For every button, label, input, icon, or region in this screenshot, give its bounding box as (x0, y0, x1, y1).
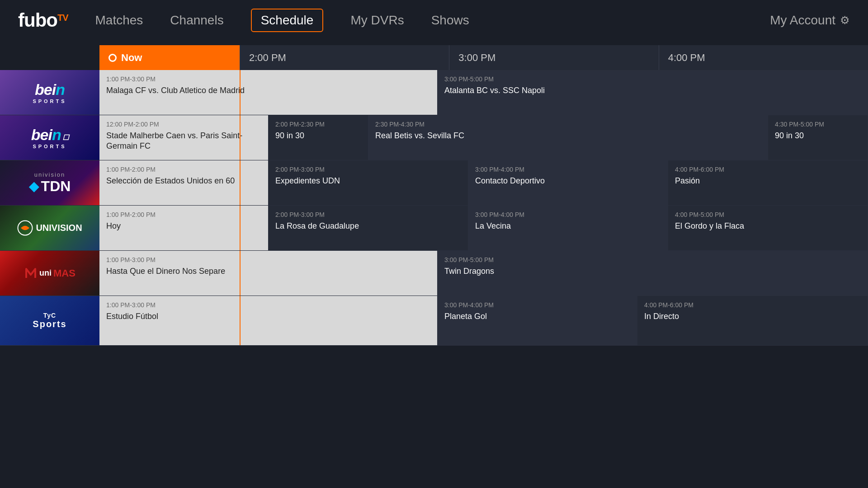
now-label: Now (121, 52, 142, 64)
program-block[interactable]: 2:00 PM-3:00 PM Expedientes UDN (269, 160, 468, 205)
prog-title: Hasta Que el Dinero Nos Separe (106, 266, 430, 277)
program-block[interactable]: 2:00 PM-3:00 PM La Rosa de Guadalupe (269, 206, 468, 250)
schedule-grid: Now 2:00 PM 3:00 PM 4:00 PM beiN SPORTS … (0, 45, 868, 346)
prog-title: Malaga CF vs. Club Atletico de Madrid (106, 85, 430, 96)
prog-title: Pasión (675, 176, 861, 186)
program-block[interactable]: 3:00 PM-5:00 PM Twin Dragons (438, 251, 868, 296)
prog-title: El Gordo y la Flaca (675, 221, 861, 231)
program-block[interactable]: 1:00 PM-3:00 PM Estudio Fútbol (99, 296, 438, 345)
prog-title: La Rosa de Guadalupe (275, 221, 461, 231)
program-block[interactable]: 2:30 PM-4:30 PM Real Betis vs. Sevilla F… (368, 115, 768, 160)
program-block[interactable]: 12:00 PM-2:00 PM Stade Malherbe Caen vs.… (99, 115, 269, 160)
channel-logo-univision-tdn: univision ◆TDN (0, 160, 99, 205)
univision-text: univision (29, 171, 71, 178)
nav-my-dvrs[interactable]: My DVRs (350, 13, 404, 28)
tycsports-logo: TyC Sports (29, 308, 70, 333)
channel-logo-tycsports: TyC Sports (0, 296, 99, 345)
channel-row-univision-tdn: univision ◆TDN 1:00 PM-2:00 PM Selección… (0, 160, 868, 206)
gear-icon[interactable]: ⚙ (840, 14, 850, 27)
program-block[interactable]: 1:00 PM-2:00 PM Hoy (99, 206, 269, 250)
nav-channels[interactable]: Channels (170, 13, 223, 28)
time-slot-now[interactable]: Now (99, 45, 240, 70)
prog-time: 3:00 PM-5:00 PM (444, 75, 861, 83)
time-slot-300pm: 3:00 PM (449, 45, 658, 70)
bein2-sports-text: SPORTS (31, 144, 68, 149)
now-line (240, 160, 241, 205)
prog-time: 3:00 PM-4:00 PM (444, 301, 630, 309)
channel-logo-bein2: beiN ☐ SPORTS (0, 115, 99, 160)
my-account-link[interactable]: My Account (770, 13, 835, 28)
prog-title: 90 in 30 (775, 131, 861, 141)
navigation: fuboTV Matches Channels Schedule My DVRs… (0, 0, 868, 41)
prog-time: 1:00 PM-2:00 PM (106, 211, 261, 218)
prog-time: 3:00 PM-4:00 PM (475, 211, 661, 218)
channel-logo-univision: UNIVISION (0, 206, 99, 250)
prog-time: 2:00 PM-3:00 PM (275, 211, 461, 218)
nav-right: My Account ⚙ (770, 13, 850, 28)
now-line (240, 296, 241, 345)
now-line (240, 206, 241, 250)
prog-title: La Vecina (475, 221, 661, 231)
program-block[interactable]: 3:00 PM-4:00 PM La Vecina (468, 206, 668, 250)
program-block[interactable]: 3:00 PM-4:00 PM Contacto Deportivo (468, 160, 668, 205)
program-block[interactable]: 1:00 PM-3:00 PM Hasta Que el Dinero Nos … (99, 251, 438, 296)
prog-title: Contacto Deportivo (475, 176, 661, 186)
prog-title: In Directo (644, 311, 861, 322)
program-block[interactable]: 4:00 PM-5:00 PM El Gordo y la Flaca (668, 206, 868, 250)
programs-row-univision-tdn: 1:00 PM-2:00 PM Selección de Estados Uni… (99, 160, 868, 205)
prog-title: Real Betis vs. Sevilla FC (375, 131, 761, 141)
now-line (240, 70, 241, 115)
now-circle-icon (108, 54, 117, 62)
now-line (240, 115, 241, 160)
programs-row-univision: 1:00 PM-2:00 PM Hoy 2:00 PM-3:00 PM La R… (99, 206, 868, 250)
prog-title: Twin Dragons (444, 266, 861, 277)
prog-time: 3:00 PM-5:00 PM (444, 256, 861, 263)
prog-time: 4:00 PM-6:00 PM (644, 301, 861, 309)
prog-title: Atalanta BC vs. SSC Napoli (444, 85, 861, 96)
prog-time: 4:00 PM-5:00 PM (675, 211, 861, 218)
prog-time: 1:00 PM-3:00 PM (106, 75, 430, 83)
prog-title: Estudio Fútbol (106, 311, 430, 322)
programs-row-unimas: 1:00 PM-3:00 PM Hasta Que el Dinero Nos … (99, 251, 868, 296)
univision-main-logo: UNIVISION (17, 220, 82, 236)
program-block[interactable]: 1:00 PM-3:00 PM Malaga CF vs. Club Atlet… (99, 70, 438, 115)
prog-time: 4:00 PM-6:00 PM (675, 166, 861, 173)
logo[interactable]: fuboTV (18, 9, 68, 31)
programs-row-bein2: 12:00 PM-2:00 PM Stade Malherbe Caen vs.… (99, 115, 868, 160)
prog-time: 2:00 PM-2:30 PM (275, 121, 361, 128)
channel-logo-unimas: uniMAS (0, 251, 99, 296)
nav-schedule[interactable]: Schedule (251, 9, 324, 32)
prog-time: 12:00 PM-2:00 PM (106, 121, 261, 128)
prog-title: Stade Malherbe Caen vs. Paris Saint-Germ… (106, 131, 261, 152)
program-block[interactable]: 3:00 PM-5:00 PM Atalanta BC vs. SSC Napo… (438, 70, 868, 115)
program-block[interactable]: 2:00 PM-2:30 PM 90 in 30 (269, 115, 368, 160)
prog-time: 1:00 PM-3:00 PM (106, 256, 430, 263)
bein1-sports-text: SPORTS (33, 99, 66, 104)
program-block[interactable]: 4:30 PM-5:00 PM 90 in 30 (768, 115, 868, 160)
prog-title: Hoy (106, 221, 261, 231)
channel-row-bein1: beiN SPORTS 1:00 PM-3:00 PM Malaga CF vs… (0, 70, 868, 115)
time-slots-header: Now 2:00 PM 3:00 PM 4:00 PM (99, 45, 868, 70)
channel-row-bein2: beiN ☐ SPORTS 12:00 PM-2:00 PM Stade Mal… (0, 115, 868, 160)
prog-time: 2:00 PM-3:00 PM (275, 166, 461, 173)
prog-time: 3:00 PM-4:00 PM (475, 166, 661, 173)
nav-matches[interactable]: Matches (95, 13, 143, 28)
prog-title: Expedientes UDN (275, 176, 461, 186)
time-slot-400pm: 4:00 PM (659, 45, 868, 70)
channel-col-header (0, 45, 99, 70)
now-line (240, 251, 241, 296)
program-block[interactable]: 4:00 PM-6:00 PM In Directo (637, 296, 868, 345)
bein1-logo-text: beiN (33, 81, 66, 99)
time-slot-200pm: 2:00 PM (240, 45, 449, 70)
program-block[interactable]: 3:00 PM-4:00 PM Planeta Gol (438, 296, 637, 345)
prog-title: Planeta Gol (444, 311, 630, 322)
nav-links: Matches Channels Schedule My DVRs Shows (95, 9, 770, 32)
bein2-logo-text: beiN ☐ (31, 126, 68, 144)
prog-time: 1:00 PM-3:00 PM (106, 301, 430, 309)
program-block[interactable]: 4:00 PM-6:00 PM Pasión (668, 160, 868, 205)
nav-shows[interactable]: Shows (431, 13, 469, 28)
time-header: Now 2:00 PM 3:00 PM 4:00 PM (0, 45, 868, 70)
program-block[interactable]: 1:00 PM-2:00 PM Selección de Estados Uni… (99, 160, 269, 205)
programs-row-tycsports: 1:00 PM-3:00 PM Estudio Fútbol 3:00 PM-4… (99, 296, 868, 345)
tdn-logo: ◆TDN (29, 178, 71, 195)
